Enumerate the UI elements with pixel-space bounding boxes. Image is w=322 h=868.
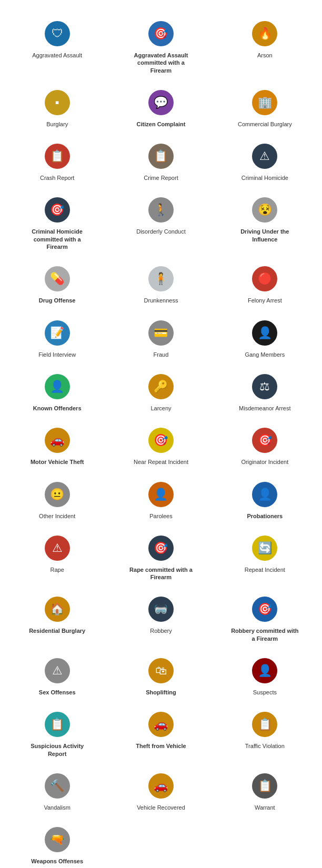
grid-item-5[interactable]: 🏢Commercial Burglary: [213, 79, 317, 133]
item-label-32: Robbery committed with a Firearm: [230, 627, 299, 642]
grid-item-20[interactable]: ⚖Misdemeanor Arrest: [213, 364, 317, 417]
grid-item-18[interactable]: 👤Known Offenders: [5, 364, 109, 417]
item-label-36: Suspicious Activity Report: [23, 742, 92, 758]
grid-item-11[interactable]: 😵Driving Under the Influence: [213, 187, 317, 256]
item-icon-1: 🎯: [148, 21, 174, 46]
item-label-42: Weapons Offenses: [31, 857, 83, 865]
item-label-18: Known Offenders: [33, 405, 82, 412]
grid-item-3[interactable]: ▪Burglary: [5, 79, 109, 133]
grid-item-13[interactable]: 🧍Drunkenness: [109, 256, 213, 309]
item-icon-19: 🔑: [148, 374, 174, 399]
item-icon-42: 🔫: [45, 827, 70, 852]
item-label-17: Gang Members: [245, 351, 285, 358]
grid-item-31[interactable]: 🥽Robbery: [109, 586, 213, 648]
item-icon-18: 👤: [45, 374, 70, 399]
grid-item-19[interactable]: 🔑Larceny: [109, 364, 213, 417]
item-icon-29: 🔄: [252, 536, 277, 561]
item-label-20: Misdemeanor Arrest: [239, 405, 290, 412]
grid-item-4[interactable]: 💬Citizen Complaint: [109, 79, 213, 133]
grid-item-33[interactable]: ⚠Sex Offenses: [5, 648, 109, 701]
item-label-5: Commercial Burglary: [238, 120, 292, 128]
item-label-3: Burglary: [46, 120, 68, 128]
item-label-1: Aggravated Assault committed with a Fire…: [127, 52, 195, 74]
grid-item-7[interactable]: 📋Crime Report: [109, 133, 213, 187]
grid-item-17[interactable]: 👤Gang Members: [213, 310, 317, 364]
grid-item-27[interactable]: ⚠Rape: [5, 525, 109, 587]
item-label-0: Aggravated Assault: [32, 52, 82, 59]
grid-item-12[interactable]: 💊Drug Offense: [5, 256, 109, 309]
item-label-31: Robbery: [150, 627, 172, 634]
item-label-38: Traffic Violation: [245, 742, 285, 750]
grid-item-38[interactable]: 📋Traffic Violation: [213, 701, 317, 763]
item-icon-0: 🛡: [45, 21, 70, 46]
item-label-29: Repeat Incident: [245, 566, 285, 573]
grid-item-15[interactable]: 📝Field Interview: [5, 310, 109, 364]
item-label-25: Parolees: [149, 512, 172, 520]
item-icon-2: 🔥: [252, 21, 277, 46]
grid-item-8[interactable]: ⚠Criminal Homicide: [213, 133, 317, 187]
grid-item-23[interactable]: 🎯Originator Incident: [213, 417, 317, 471]
item-icon-15: 📝: [45, 320, 70, 346]
item-icon-12: 💊: [45, 266, 70, 291]
item-label-37: Theft from Vehicle: [136, 742, 186, 750]
grid-item-39[interactable]: 🔨Vandalism: [5, 763, 109, 816]
item-icon-13: 🧍: [148, 266, 174, 291]
item-label-9: Criminal Homicide committed with a Firea…: [23, 228, 92, 250]
grid-item-2[interactable]: 🔥Arson: [213, 11, 317, 79]
grid-item-22[interactable]: 🎯Near Repeat Incident: [109, 417, 213, 471]
item-icon-7: 📋: [148, 144, 174, 169]
grid-item-0[interactable]: 🛡Aggravated Assault: [5, 11, 109, 79]
grid-item-26[interactable]: 👤Probationers: [213, 471, 317, 525]
grid-item-1[interactable]: 🎯Aggravated Assault committed with a Fir…: [109, 11, 213, 79]
item-label-21: Motor Vehicle Theft: [31, 458, 84, 466]
item-label-40: Vehicle Recovered: [137, 804, 185, 811]
item-label-27: Rape: [51, 566, 64, 573]
item-icon-34: 🛍: [148, 658, 174, 683]
item-icon-26: 👤: [252, 482, 277, 507]
item-label-8: Criminal Homicide: [242, 174, 288, 181]
item-icon-8: ⚠: [252, 144, 277, 169]
grid-item-28[interactable]: 🎯Rape committed with a Firearm: [109, 525, 213, 587]
item-label-12: Drug Offense: [39, 297, 76, 304]
item-label-28: Rape committed with a Firearm: [127, 566, 195, 581]
item-icon-6: 📋: [45, 144, 70, 169]
grid-item-41[interactable]: 📋Warrant: [213, 763, 317, 816]
item-label-23: Originator Incident: [241, 458, 288, 466]
grid-item-9[interactable]: 🎯Criminal Homicide committed with a Fire…: [5, 187, 109, 256]
item-icon-25: 👤: [148, 482, 174, 507]
item-icon-30: 🏠: [45, 597, 70, 622]
grid-item-21[interactable]: 🚗Motor Vehicle Theft: [5, 417, 109, 471]
grid-item-40[interactable]: 🚗Vehicle Recovered: [109, 763, 213, 816]
item-icon-31: 🥽: [148, 597, 174, 622]
item-icon-38: 📋: [252, 712, 277, 737]
grid-item-30[interactable]: 🏠Residential Burglary: [5, 586, 109, 648]
grid-item-34[interactable]: 🛍Shoplifting: [109, 648, 213, 701]
icon-grid: 🛡Aggravated Assault🎯Aggravated Assault c…: [0, 0, 322, 868]
item-label-11: Driving Under the Influence: [230, 228, 299, 243]
grid-item-6[interactable]: 📋Crash Report: [5, 133, 109, 187]
item-label-39: Vandalism: [44, 804, 71, 811]
item-label-15: Field Interview: [38, 351, 76, 358]
item-icon-39: 🔨: [45, 773, 70, 799]
item-icon-5: 🏢: [252, 90, 277, 115]
grid-item-29[interactable]: 🔄Repeat Incident: [213, 525, 317, 587]
grid-item-37[interactable]: 🚗Theft from Vehicle: [109, 701, 213, 763]
item-label-26: Probationers: [247, 512, 283, 520]
item-icon-32: 🎯: [252, 597, 277, 622]
item-icon-37: 🚗: [148, 712, 174, 737]
grid-item-14[interactable]: 🔴Felony Arrest: [213, 256, 317, 309]
item-label-4: Citizen Complaint: [137, 120, 186, 128]
item-label-33: Sex Offenses: [39, 689, 76, 696]
grid-item-25[interactable]: 👤Parolees: [109, 471, 213, 525]
item-label-14: Felony Arrest: [248, 297, 282, 304]
grid-item-16[interactable]: 💳Fraud: [109, 310, 213, 364]
grid-item-10[interactable]: 🚶Disorderly Conduct: [109, 187, 213, 256]
item-icon-10: 🚶: [148, 197, 174, 223]
item-icon-17: 👤: [252, 320, 277, 346]
grid-item-35[interactable]: 👤Suspects: [213, 648, 317, 701]
grid-item-42[interactable]: 🔫Weapons Offenses: [5, 816, 109, 868]
grid-item-36[interactable]: 📋Suspicious Activity Report: [5, 701, 109, 763]
item-icon-3: ▪: [45, 90, 70, 115]
grid-item-24[interactable]: 😐Other Incident: [5, 471, 109, 525]
grid-item-32[interactable]: 🎯Robbery committed with a Firearm: [213, 586, 317, 648]
